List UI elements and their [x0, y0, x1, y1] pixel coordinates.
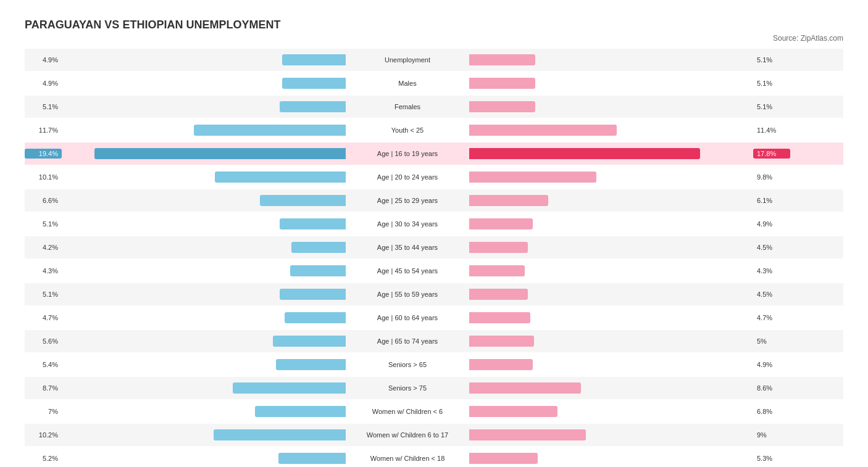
center-label: Age | 25 to 29 years: [346, 197, 469, 204]
chart-row: 4.2% Age | 35 to 44 years 4.5%: [25, 236, 843, 258]
right-value: 5.3%: [753, 455, 790, 462]
right-value: 4.5%: [753, 291, 790, 298]
right-value: 8.6%: [753, 384, 790, 392]
right-bar-container: [469, 148, 753, 159]
right-value: 6.1%: [753, 197, 790, 204]
left-bar-container: [62, 78, 346, 89]
left-bar: [255, 406, 346, 417]
left-bar-container: [62, 406, 346, 417]
center-label: Females: [346, 103, 469, 110]
left-bar-container: [62, 101, 346, 112]
center-label: Age | 45 to 54 years: [346, 267, 469, 275]
center-label: Age | 30 to 34 years: [346, 220, 469, 228]
left-value: 7%: [25, 408, 62, 415]
center-label: Seniors > 75: [346, 384, 469, 392]
right-bar: [469, 101, 535, 112]
left-value: 4.3%: [25, 267, 62, 275]
chart-row: 6.6% Age | 25 to 29 years 6.1%: [25, 189, 843, 212]
right-bar: [469, 336, 534, 347]
left-bar: [260, 195, 346, 206]
right-value: 4.5%: [753, 244, 790, 251]
chart-title: PARAGUAYAN VS ETHIOPIAN UNEMPLOYMENT: [25, 19, 843, 31]
left-value: 5.2%: [25, 455, 62, 462]
chart-row: 5.2% Women w/ Children < 18 5.3%: [25, 447, 843, 467]
left-bar: [276, 359, 346, 370]
source-label: Source: ZipAtlas.com: [25, 34, 843, 43]
right-bar-container: [469, 312, 753, 323]
center-label: Age | 65 to 74 years: [346, 337, 469, 345]
right-bar: [469, 242, 528, 253]
chart-row: 10.1% Age | 20 to 24 years 9.8%: [25, 166, 843, 188]
right-value: 9.8%: [753, 173, 790, 181]
left-bar-container: [62, 429, 346, 440]
center-label: Age | 16 to 19 years: [346, 150, 469, 157]
chart-row: 5.4% Seniors > 65 4.9%: [25, 353, 843, 376]
right-bar: [469, 54, 535, 65]
left-bar-container: [62, 195, 346, 206]
right-bar: [469, 406, 557, 417]
right-bar: [469, 195, 548, 206]
left-value: 10.1%: [25, 173, 62, 181]
right-bar: [469, 172, 596, 183]
left-bar-container: [62, 453, 346, 464]
left-value: 4.9%: [25, 80, 62, 87]
left-bar-container: [62, 382, 346, 394]
right-bar-container: [469, 382, 753, 394]
left-bar: [278, 453, 346, 464]
left-value: 10.2%: [25, 431, 62, 439]
left-value: 5.1%: [25, 103, 62, 110]
right-value: 5.1%: [753, 103, 790, 110]
left-bar-container: [62, 242, 346, 253]
right-value: 6.8%: [753, 408, 790, 415]
chart-row: 11.7% Youth < 25 11.4%: [25, 119, 843, 141]
left-value: 6.6%: [25, 197, 62, 204]
right-bar-container: [469, 429, 753, 440]
right-bar-container: [469, 195, 753, 206]
right-bar-container: [469, 289, 753, 300]
chart-row: 19.4% Age | 16 to 19 years 17.8%: [25, 143, 843, 165]
right-value: 11.4%: [753, 126, 790, 134]
right-value: 5%: [753, 337, 790, 345]
center-label: Women w/ Children < 18: [346, 455, 469, 462]
left-bar: [194, 125, 346, 136]
left-value: 5.4%: [25, 361, 62, 368]
right-bar: [469, 382, 581, 394]
left-value: 4.2%: [25, 244, 62, 251]
left-bar: [280, 218, 346, 229]
right-value: 5.1%: [753, 56, 790, 64]
chart-row: 4.7% Age | 60 to 64 years 4.7%: [25, 307, 843, 329]
left-bar-container: [62, 172, 346, 183]
left-value: 4.7%: [25, 314, 62, 321]
center-label: Age | 35 to 44 years: [346, 244, 469, 251]
left-bar: [94, 148, 346, 159]
right-bar: [469, 359, 533, 370]
right-value: 4.3%: [753, 267, 790, 275]
right-bar: [469, 453, 538, 464]
chart-row: 5.1% Age | 30 to 34 years 4.9%: [25, 213, 843, 235]
left-bar: [282, 54, 346, 65]
right-bar: [469, 312, 530, 323]
left-value: 19.4%: [25, 149, 62, 159]
left-bar: [282, 78, 346, 89]
center-label: Unemployment: [346, 56, 469, 64]
right-bar-container: [469, 54, 753, 65]
chart-row: 10.2% Women w/ Children 6 to 17 9%: [25, 424, 843, 446]
left-bar: [285, 312, 346, 323]
right-bar-container: [469, 78, 753, 89]
left-bar-container: [62, 336, 346, 347]
chart-row: 4.9% Unemployment 5.1%: [25, 49, 843, 71]
left-value: 4.9%: [25, 56, 62, 64]
left-bar-container: [62, 54, 346, 65]
left-bar: [233, 382, 346, 394]
center-label: Women w/ Children < 6: [346, 408, 469, 415]
right-bar-container: [469, 172, 753, 183]
right-bar-container: [469, 359, 753, 370]
chart-row: 8.7% Seniors > 75 8.6%: [25, 377, 843, 399]
left-value: 8.7%: [25, 384, 62, 392]
right-bar: [469, 265, 525, 276]
chart-row: 5.1% Age | 55 to 59 years 4.5%: [25, 283, 843, 305]
left-bar: [290, 265, 346, 276]
chart-row: 5.1% Females 5.1%: [25, 96, 843, 118]
center-label: Males: [346, 80, 469, 87]
right-value: 4.9%: [753, 220, 790, 228]
